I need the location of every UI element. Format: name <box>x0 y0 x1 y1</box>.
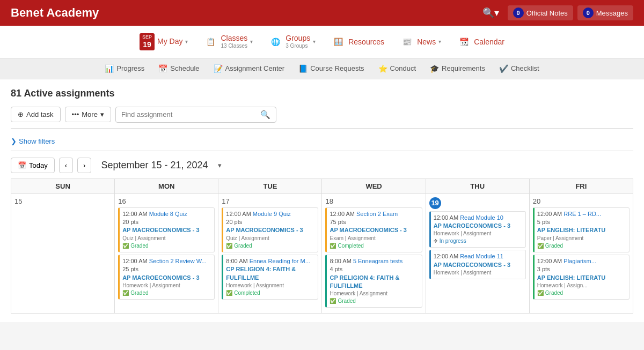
assignment-title[interactable]: Plagiarism... <box>564 258 596 264</box>
official-notes-count: 0 <box>513 8 524 18</box>
status-icon: ✅ <box>226 289 232 297</box>
assignment-status: ✅Completed <box>330 242 419 250</box>
assignment-class[interactable]: CP RELIGION 4: FAITH & FULFILLME <box>330 274 419 291</box>
find-assignment-search[interactable]: 🔍 <box>115 107 276 123</box>
status-icon: ✈ <box>434 237 438 245</box>
chevron-down-icon: ▾ <box>185 39 188 44</box>
search-button[interactable]: 🔍▾ <box>482 7 499 19</box>
assignment-time: 12:00 AM <box>434 253 460 259</box>
assignment-class[interactable]: AP MACROECONOMICS - 3 <box>122 274 211 282</box>
assignment-time: 8:00 AM <box>330 258 353 264</box>
assignment-title[interactable]: Read Module 10 <box>460 214 503 221</box>
status-label: Graded <box>545 289 563 297</box>
show-filters[interactable]: ❯ Show filters <box>11 134 633 151</box>
assignment-time: 12:00 AM <box>330 211 356 217</box>
calendar-day-cell: 1712:00 AM Module 9 Quiz20 ptsAP MACROEC… <box>218 193 322 314</box>
col-header-mon: MON <box>115 178 218 193</box>
assignment-class[interactable]: AP MACROECONOMICS - 3 <box>434 222 523 230</box>
assignment-class[interactable]: AP ENGLISH: LITERATU <box>537 226 626 234</box>
status-icon: ✅ <box>226 242 232 250</box>
status-label: In progress <box>440 237 466 245</box>
header-actions: 🔍▾ 0 Official Notes 0 Messages <box>482 5 633 20</box>
assignment-class[interactable]: AP ENGLISH: LITERATU <box>537 274 626 282</box>
nav-item-my-day[interactable]: SEP 19 My Day ▾ <box>133 30 194 54</box>
resources-icon: 🪟 <box>331 36 346 48</box>
status-label: Graded <box>234 242 252 250</box>
day-number: 17 <box>222 197 318 205</box>
assignment-class[interactable]: AP MACROECONOMICS - 3 <box>226 226 315 234</box>
assignment-meta: Quiz | Assignment <box>226 235 315 242</box>
status-label: Graded <box>130 289 148 297</box>
nav-item-news[interactable]: 📰 News ▾ <box>393 33 448 51</box>
assignment-title[interactable]: Read Module 11 <box>460 253 503 259</box>
subnav-conduct[interactable]: ⭐ Conduct <box>372 62 422 76</box>
nav-item-calendar[interactable]: 📆 Calendar <box>450 33 511 51</box>
assignment-meta: Homework | Assignment <box>122 282 211 289</box>
more-button[interactable]: ••• More ▾ <box>65 107 111 122</box>
next-week-button[interactable]: › <box>77 158 91 173</box>
assignment-title[interactable]: 5 Enneagram tests <box>353 258 402 264</box>
assignment-status: ✅Graded <box>537 289 626 297</box>
official-notes-button[interactable]: 0 Official Notes <box>508 5 573 20</box>
assignment-class[interactable]: AP MACROECONOMICS - 3 <box>434 261 523 269</box>
assignment-title[interactable]: Ennea Reading for M... <box>250 258 310 264</box>
subnav-requirements[interactable]: 🎓 Requirements <box>423 62 492 76</box>
assignment-title[interactable]: Section 2 Exam <box>356 211 398 217</box>
assignment-title[interactable]: Module 8 Quiz <box>149 211 187 217</box>
assignment-status: ✈In progress <box>434 237 523 245</box>
subnav-schedule[interactable]: 📅 Schedule <box>152 62 206 76</box>
assignment-status: ✅Graded <box>330 297 419 305</box>
prev-week-button[interactable]: ‹ <box>59 158 73 173</box>
today-button[interactable]: 📅 Today <box>11 158 55 173</box>
assignment-time: 12:00 AM <box>537 258 564 264</box>
assignment-title[interactable]: Module 9 Quiz <box>253 211 291 217</box>
assignment-card: 12:00 AM Read Module 10AP MACROECONOMICS… <box>429 211 526 248</box>
add-task-button[interactable]: ⊕ Add task <box>11 107 61 122</box>
status-icon: ✅ <box>537 289 544 297</box>
assignment-meta: Homework | Assignment <box>434 269 523 277</box>
col-header-tue: TUE <box>218 178 322 193</box>
checklist-icon: ✔️ <box>499 64 508 73</box>
chevron-down-icon: ▾ <box>438 39 441 44</box>
assignment-meta: Homework | Assign... <box>537 282 626 289</box>
classes-icon: 📋 <box>203 36 218 48</box>
messages-count: 0 <box>583 8 594 18</box>
status-icon: ✅ <box>330 242 336 250</box>
messages-button[interactable]: 0 Messages <box>577 5 633 20</box>
calendar-day-cell: 15 <box>11 193 115 314</box>
search-icon[interactable]: 🔍 <box>260 110 270 120</box>
date-badge: SEP 19 <box>140 33 155 50</box>
assignment-pts: 25 pts <box>122 265 211 273</box>
calendar-day-cell: 1912:00 AM Read Module 10AP MACROECONOMI… <box>426 193 529 314</box>
status-icon: ✅ <box>330 297 336 305</box>
col-header-thu: THU <box>426 178 529 193</box>
chevron-right-icon: ❯ <box>11 137 17 145</box>
top-header: Benet Academy 🔍▾ 0 Official Notes 0 Mess… <box>0 0 644 26</box>
assignment-time: 12:00 AM <box>122 211 149 217</box>
date-dropdown-icon[interactable]: ▾ <box>218 161 222 169</box>
subnav-checklist[interactable]: ✔️ Checklist <box>493 62 546 76</box>
search-input[interactable] <box>121 110 260 118</box>
day-number: 16 <box>118 197 215 205</box>
assignment-time: 12:00 AM <box>122 258 149 264</box>
calendar-number-row: 151612:00 AM Module 8 Quiz20 ptsAP MACRO… <box>11 193 633 314</box>
assignment-class[interactable]: AP MACROECONOMICS - 3 <box>122 226 211 234</box>
subnav-assignment-center[interactable]: 📝 Assignment Center <box>207 62 291 76</box>
subnav-course-requests[interactable]: 📘 Course Requests <box>292 62 370 76</box>
assignment-card: 8:00 AM 5 Enneagram tests4 ptsCP RELIGIO… <box>325 255 422 308</box>
assignment-title[interactable]: Section 2 Review W... <box>149 258 207 264</box>
assignment-time: 12:00 AM <box>537 211 564 217</box>
status-icon: ✅ <box>122 242 129 250</box>
assignment-title[interactable]: RRE 1 – RD... <box>564 211 601 217</box>
col-header-sun: SUN <box>11 178 115 193</box>
assignment-meta: Quiz | Assignment <box>122 235 211 242</box>
assignment-center-icon: 📝 <box>214 64 223 73</box>
subnav-progress[interactable]: 📊 Progress <box>98 62 151 76</box>
assignment-class[interactable]: CP RELIGION 4: FAITH & FULFILLME <box>226 265 315 282</box>
nav-item-groups[interactable]: 🌐 Groups 3 Groups ▾ <box>261 31 322 53</box>
assignment-class[interactable]: AP MACROECONOMICS - 3 <box>330 226 419 234</box>
nav-item-classes[interactable]: 📋 Classes 13 Classes ▾ <box>196 31 259 53</box>
date-range-label: September 15 - 21, 2024 <box>101 160 208 171</box>
nav-item-resources[interactable]: 🪟 Resources <box>324 33 391 51</box>
status-label: Graded <box>130 242 148 250</box>
